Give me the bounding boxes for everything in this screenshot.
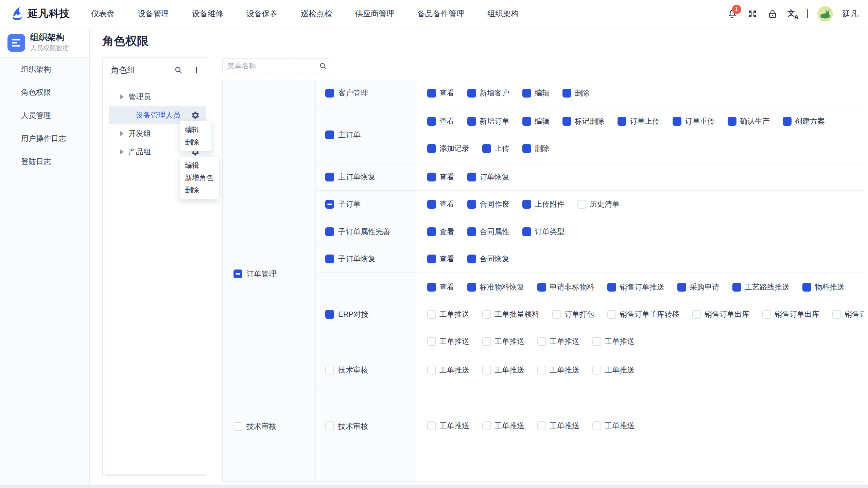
permission-item[interactable]: 工单推送: [427, 336, 469, 347]
checkbox-checked[interactable]: [467, 283, 476, 292]
checkbox-checked[interactable]: [522, 117, 531, 126]
checkbox-checked[interactable]: [537, 283, 546, 292]
nav-item[interactable]: 巡检点检: [301, 8, 332, 19]
permission-item[interactable]: 查看: [427, 227, 454, 237]
checkbox-unchecked[interactable]: [762, 310, 771, 319]
context-menu-item[interactable]: 删除: [180, 136, 211, 148]
checkbox-checked[interactable]: [607, 283, 616, 292]
checkbox-unchecked[interactable]: [552, 310, 561, 319]
brand[interactable]: 延凡科技: [10, 6, 70, 22]
checkbox-checked[interactable]: [427, 200, 436, 209]
permission-item[interactable]: 合同恢复: [467, 254, 509, 264]
permission-item[interactable]: 删除: [562, 88, 590, 98]
checkbox-checked[interactable]: [802, 283, 811, 292]
permission-item[interactable]: 物料推送: [802, 282, 845, 292]
menu-cell[interactable]: 客户管理: [316, 80, 416, 106]
checkbox-checked[interactable]: [427, 89, 436, 98]
checkbox-checked[interactable]: [325, 227, 334, 236]
permission-item[interactable]: 工单推送: [482, 336, 524, 347]
permission-item[interactable]: 新增订单: [467, 116, 509, 126]
nav-item[interactable]: 备品备件管理: [417, 8, 464, 19]
permission-item[interactable]: 工艺路线推送: [732, 282, 789, 292]
checkbox-checked[interactable]: [427, 144, 436, 153]
menu-search-input[interactable]: [222, 58, 331, 73]
permission-item[interactable]: 工单推送: [537, 421, 579, 431]
checkbox-checked[interactable]: [522, 144, 531, 153]
checkbox-checked[interactable]: [467, 227, 476, 236]
checkbox-unchecked[interactable]: [427, 310, 436, 319]
nav-item[interactable]: 仪表盘: [91, 8, 115, 19]
menu-cell[interactable]: 技术审核: [316, 384, 416, 482]
checkbox-unchecked[interactable]: [607, 310, 616, 319]
checkbox-unchecked[interactable]: [427, 366, 436, 374]
checkbox-unchecked[interactable]: [832, 310, 841, 319]
permission-item[interactable]: 合同属性: [467, 227, 509, 237]
sidebar-item[interactable]: 组织架构: [0, 58, 89, 81]
sidebar-item[interactable]: 角色权限: [0, 81, 89, 104]
permission-item[interactable]: 工单推送: [537, 365, 579, 375]
group-cell-content[interactable]: 订单管理: [233, 269, 315, 279]
permission-item[interactable]: 查看: [427, 282, 454, 292]
checkbox-unchecked[interactable]: [537, 366, 546, 374]
checkbox-checked[interactable]: [325, 310, 334, 319]
checkbox-checked[interactable]: [522, 227, 531, 236]
checkbox-checked[interactable]: [562, 117, 571, 126]
checkbox-unchecked[interactable]: [482, 421, 491, 430]
checkbox-checked[interactable]: [522, 200, 531, 209]
nav-item[interactable]: 供应商管理: [355, 8, 394, 19]
permission-item[interactable]: 添加记录: [427, 143, 469, 154]
checkbox-checked[interactable]: [325, 89, 334, 98]
permission-item[interactable]: 订单上传: [618, 116, 660, 126]
checkbox-checked[interactable]: [673, 117, 681, 126]
checkbox-unchecked[interactable]: [592, 366, 601, 374]
permission-item[interactable]: 上传附件: [522, 199, 565, 209]
checkbox-checked[interactable]: [467, 200, 476, 209]
checkbox-checked[interactable]: [728, 117, 736, 126]
checkbox-checked[interactable]: [427, 173, 436, 181]
checkbox-checked[interactable]: [467, 173, 476, 181]
permission-item[interactable]: 历史清单: [577, 199, 620, 209]
context-menu-item[interactable]: 编辑: [180, 159, 219, 172]
menu-cell[interactable]: 子订单属性完善: [316, 218, 416, 245]
translate-icon[interactable]: 文A: [787, 8, 798, 19]
checkbox-checked[interactable]: [467, 117, 476, 126]
checkbox-checked[interactable]: [467, 89, 476, 98]
caret-right-icon[interactable]: [120, 131, 124, 136]
permission-item[interactable]: 销售订单子库转移: [607, 309, 679, 319]
checkbox-checked[interactable]: [325, 255, 334, 263]
permission-item[interactable]: 工单推送: [537, 336, 579, 347]
checkbox-unchecked[interactable]: [692, 310, 701, 319]
add-role-group-icon[interactable]: [192, 66, 201, 74]
checkbox-checked[interactable]: [732, 283, 741, 292]
permission-item[interactable]: 查看: [427, 88, 454, 98]
permission-item[interactable]: 工单推送: [427, 365, 469, 375]
checkbox-unchecked[interactable]: [325, 421, 334, 430]
permission-item[interactable]: 删除: [522, 143, 550, 154]
permission-item[interactable]: 查看: [427, 172, 454, 182]
nav-item[interactable]: 组织架构: [487, 8, 519, 19]
notification-bell-icon[interactable]: 1: [727, 8, 738, 19]
permission-item[interactable]: 订单打包: [552, 309, 594, 319]
permission-item[interactable]: 查看: [427, 116, 454, 126]
checkbox-checked[interactable]: [427, 227, 436, 236]
checkbox-unchecked[interactable]: [577, 200, 586, 209]
menu-search-icon[interactable]: [319, 62, 327, 70]
context-menu-item[interactable]: 删除: [180, 184, 219, 196]
caret-right-icon[interactable]: [120, 94, 124, 99]
context-menu-item[interactable]: 新增角色: [180, 172, 219, 184]
permission-item[interactable]: 工单推送: [482, 365, 524, 375]
permission-item[interactable]: 订单恢复: [467, 172, 509, 182]
checkbox-unchecked[interactable]: [482, 310, 491, 319]
sidebar-item[interactable]: 登陆日志: [0, 150, 89, 173]
permission-item[interactable]: 采购申请: [677, 282, 719, 292]
tree-row[interactable]: 管理员: [109, 88, 206, 106]
permission-item[interactable]: 工单推送: [482, 421, 524, 431]
permission-item[interactable]: 编辑: [522, 88, 550, 98]
avatar[interactable]: [817, 6, 833, 22]
permission-item[interactable]: 合同作废: [467, 199, 509, 209]
permission-item[interactable]: 工单推送: [592, 421, 635, 431]
menu-cell[interactable]: 技术审核: [316, 356, 416, 384]
checkbox-checked[interactable]: [325, 173, 334, 181]
permission-item[interactable]: 查看: [427, 254, 454, 264]
permission-item[interactable]: 编辑: [522, 116, 550, 126]
